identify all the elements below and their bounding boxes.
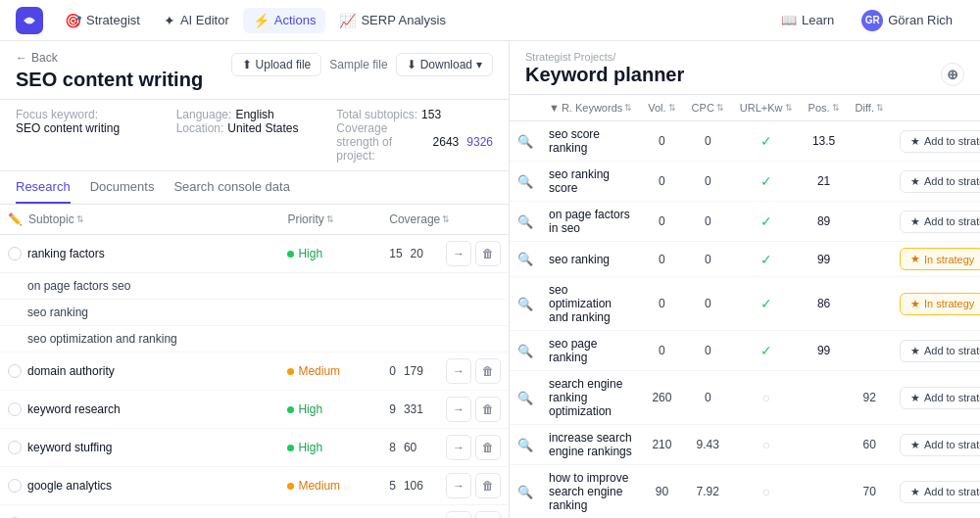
th-cpc[interactable]: CPC ⇅ [684,95,732,121]
diff-cell [848,277,892,331]
pos-cell [801,465,848,519]
total-subtopics-value: 153 [421,108,441,121]
tab-search-console[interactable]: Search console data [173,171,290,204]
cpc-cell: 0 [684,162,732,202]
delete-button[interactable]: 🗑 [475,473,501,498]
tab-research[interactable]: Research [16,171,71,204]
add-to-strategy-button[interactable]: ★ Add to strategy [900,434,980,456]
kw-row-icon: 🔍 [510,371,541,425]
language-value: English [235,108,273,121]
research-tabs: Research Documents Search console data [0,171,509,205]
add-to-strategy-button[interactable]: ★ Add to strategy [900,387,980,409]
arrow-button[interactable]: → [446,241,471,266]
focus-keyword-value: SEO content writing [16,121,172,135]
star-icon: ★ [910,298,920,310]
priority-dot [287,483,294,490]
arrow-button[interactable]: → [446,511,471,518]
th-keywords[interactable]: ▼ R. Keywords ⇅ [541,95,640,121]
keyword-icon: 🔍 [517,134,533,149]
th-priority[interactable]: Priority ⇅ [279,205,381,235]
chevron-down-icon: ▾ [476,58,482,71]
back-button[interactable]: ← Back [16,51,203,65]
add-strategy-label: Add to strategy [924,215,980,227]
th-coverage[interactable]: Coverage ⇅ [381,205,509,235]
delete-button[interactable]: 🗑 [475,358,501,384]
nav-strategist[interactable]: 🎯 Strategist [55,8,150,33]
nav-ai-editor[interactable]: ✦ AI Editor [154,8,239,33]
location-value: United States [227,121,298,135]
sample-file-link[interactable]: Sample file [329,58,387,71]
keyword-name-cell: search engine ranking optimization [541,371,640,425]
priority-cell: High [279,429,381,467]
in-strategy-button[interactable]: ★ In strategy [900,293,980,315]
th-diff[interactable]: Diff. ⇅ [848,95,892,121]
subtopic-header-row: ✏️ Subtopic ⇅ Priority ⇅ [0,205,509,235]
subtopic-child-name: on page factors seo [27,279,130,293]
delete-button[interactable]: 🗑 [475,435,501,460]
total-subtopics-row: Total subtopics: 153 [336,108,493,121]
delete-button[interactable]: 🗑 [475,511,501,518]
nav-user[interactable]: GR Göran Rich [850,5,964,36]
priority-cell: Medium [279,467,381,505]
nav-ai-editor-label: AI Editor [180,13,229,27]
arrow-button[interactable]: → [446,435,471,460]
main-layout: ← Back SEO content writing ⬆ Upload file… [0,41,980,518]
download-button[interactable]: ⬇ Download ▾ [396,53,493,76]
add-to-strategy-button[interactable]: ★ Add to strategy [900,340,980,362]
kw-row-icon: 🔍 [510,277,541,331]
pos-cell [801,425,848,465]
keyword-name-cell: how to improve search engine ranking [541,465,640,519]
th-vol[interactable]: Vol. ⇅ [640,95,683,121]
no-check-icon: ○ [761,390,769,405]
arrow-button[interactable]: → [446,358,471,384]
strategist-icon: 🎯 [65,13,81,28]
logo[interactable] [16,7,43,34]
action-cell: ★ Add to strategy [892,202,980,242]
arrow-button[interactable]: → [446,397,471,422]
check-circle[interactable] [8,479,22,493]
check-circle[interactable] [8,364,22,378]
keyword-table-area: ▼ R. Keywords ⇅ Vol. ⇅ CPC ⇅ UR [510,95,980,518]
add-strategy-label: Add to strategy [924,486,980,497]
check-circle[interactable] [8,441,22,454]
keyword-name: seo page ranking [549,337,597,364]
page-header: ← Back SEO content writing ⬆ Upload file… [0,41,509,100]
add-to-strategy-button[interactable]: ★ Add to strategy [900,170,980,193]
nav-serp-analysis[interactable]: 📈 SERP Analysis [329,8,455,33]
th-url[interactable]: URL+Kw ⇅ [732,95,801,121]
sort-subtopic-icon: ⇅ [76,214,84,224]
list-item: 🔍 seo ranking 0 0 ✓ 99 ★ In strategy [510,242,980,277]
diff-cell [848,331,892,371]
th-pos[interactable]: Pos. ⇅ [801,95,848,121]
delete-button[interactable]: 🗑 [475,241,501,266]
action-cell: ★ Add to strategy [892,371,980,425]
add-to-strategy-button[interactable]: ★ Add to strategy [900,481,980,503]
coverage-val2: 20 [411,247,423,260]
expand-button[interactable]: ⊕ [941,63,964,86]
delete-button[interactable]: 🗑 [475,397,501,422]
add-to-strategy-button[interactable]: ★ Add to strategy [900,130,980,153]
keyword-icon: 🔍 [517,438,533,452]
vol-cell: 260 [640,371,683,425]
in-strategy-button[interactable]: ★ In strategy [900,248,980,270]
check-icon: ✓ [760,252,772,267]
nav-actions[interactable]: ⚡ Actions [243,8,326,33]
upload-file-button[interactable]: ⬆ Upload file [231,53,322,76]
th-subtopic[interactable]: ✏️ Subtopic ⇅ [0,205,279,235]
url-check-cell: ✓ [732,121,801,162]
cpc-cell: 0 [684,371,732,425]
nav-learn[interactable]: 📖 Learn [769,8,846,32]
pos-cell: 99 [801,242,848,277]
url-check-cell: ✓ [732,202,801,242]
coverage-label: Coverage strength of project: [336,121,428,163]
add-to-strategy-button[interactable]: ★ Add to strategy [900,211,980,233]
check-circle[interactable] [8,402,22,416]
coverage-val2: 9326 [466,135,493,149]
diff-cell: 70 [848,465,892,519]
arrow-button[interactable]: → [446,473,471,498]
add-strategy-icon: ★ [910,215,920,228]
edit-icon: ✏️ [8,212,23,226]
check-circle[interactable] [8,247,22,260]
location-label: Location: [176,121,224,135]
tab-documents[interactable]: Documents [90,171,155,204]
